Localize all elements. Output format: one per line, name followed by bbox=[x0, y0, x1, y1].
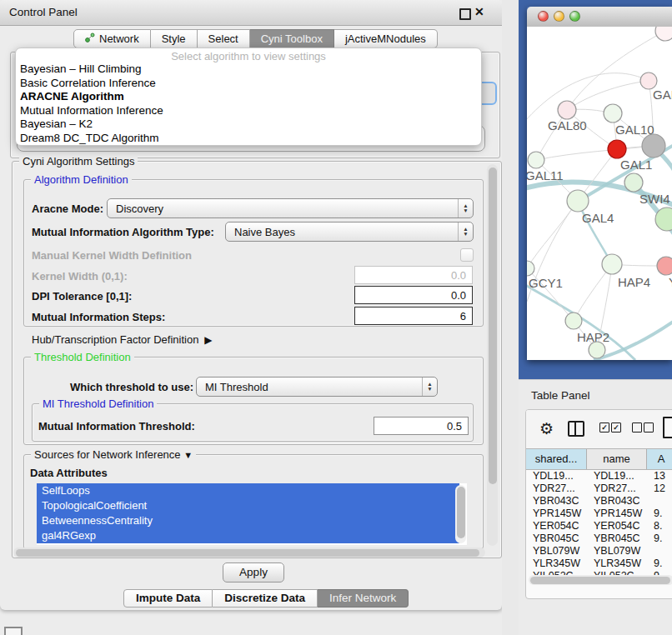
attribute-item-betweennesscentrality[interactable]: BetweennessCentrality bbox=[37, 513, 459, 528]
algorithm-option-aracne-algorithm[interactable]: ARACNE Algorithm bbox=[16, 90, 481, 104]
settings-horizontal-scrollbar[interactable] bbox=[13, 548, 485, 558]
network-node-hap2[interactable] bbox=[565, 312, 582, 329]
which-threshold-combo[interactable]: MI Threshold ▲▼ bbox=[196, 377, 438, 397]
close-icon[interactable]: ✕ bbox=[474, 5, 484, 18]
mi-threshold-field[interactable] bbox=[374, 417, 469, 435]
combo-stepper-icon[interactable]: ▲▼ bbox=[422, 378, 437, 396]
gear-icon[interactable]: ⚙ bbox=[539, 419, 554, 438]
deselect-all-icon[interactable] bbox=[632, 422, 642, 432]
combo-stepper-icon[interactable]: ▲▼ bbox=[458, 222, 473, 241]
bottom-tab-impute-data[interactable]: Impute Data bbox=[123, 589, 213, 608]
settings-vertical-scrollbar[interactable] bbox=[487, 164, 498, 546]
network-edge[interactable] bbox=[527, 73, 649, 127]
table-cell[interactable]: YBR045C bbox=[526, 532, 587, 545]
table-cell[interactable]: 13 bbox=[647, 470, 672, 482]
table-cell[interactable]: 9. bbox=[647, 558, 672, 570]
table-cell[interactable]: YER054C bbox=[526, 520, 587, 532]
manual-kernel-width-checkbox[interactable] bbox=[460, 248, 474, 262]
tab-network[interactable]: Network bbox=[73, 29, 151, 48]
collapse-arrow-icon[interactable]: ▼ bbox=[183, 450, 193, 460]
table-cell[interactable]: 9. bbox=[647, 508, 672, 520]
tab-style[interactable]: Style bbox=[151, 29, 198, 48]
table-row[interactable]: YBR045CYBR045C9. bbox=[526, 532, 672, 545]
float-panel-icon[interactable] bbox=[459, 8, 471, 20]
mi-steps-field[interactable] bbox=[354, 307, 473, 325]
network-node-gal11[interactable] bbox=[528, 152, 544, 168]
network-node-gal80[interactable] bbox=[558, 101, 576, 119]
mac-zoom-button[interactable] bbox=[569, 11, 580, 22]
table-cell[interactable]: YBR043C bbox=[587, 495, 647, 508]
network-node-y[interactable] bbox=[657, 257, 672, 275]
table-row[interactable]: YLR345WYLR345W9. bbox=[526, 558, 672, 570]
table-cell[interactable]: YLR345W bbox=[526, 558, 587, 570]
network-node[interactable] bbox=[642, 134, 665, 158]
mac-minimize-button[interactable] bbox=[554, 11, 564, 22]
network-node-gal[interactable] bbox=[640, 72, 657, 89]
table-cell[interactable]: 9. bbox=[647, 532, 672, 545]
bottom-tab-infer-network[interactable]: Infer Network bbox=[318, 589, 409, 608]
column-header-a[interactable]: A bbox=[647, 449, 672, 469]
table-cell[interactable]: YBL079W bbox=[526, 545, 587, 558]
document-icon[interactable] bbox=[663, 417, 672, 438]
table-cell[interactable]: YDR27... bbox=[526, 482, 587, 495]
network-node-gcy1[interactable] bbox=[527, 261, 534, 276]
table-cell[interactable]: 8. bbox=[647, 520, 672, 532]
table-row[interactable]: YDL19...YDL19...13 bbox=[526, 470, 672, 482]
table-cell[interactable]: YPR145W bbox=[587, 508, 647, 520]
column-header-shared[interactable]: shared... bbox=[526, 449, 587, 469]
bottom-tab-discretize-data[interactable]: Discretize Data bbox=[213, 589, 318, 608]
table-cell[interactable]: 12 bbox=[647, 482, 672, 495]
dpi-tolerance-field[interactable] bbox=[354, 286, 473, 304]
attribute-item-topologicalcoefficient[interactable]: TopologicalCoefficient bbox=[37, 498, 459, 513]
combo-stepper-icon[interactable]: ▲▼ bbox=[458, 199, 473, 218]
attribute-item-gal4rgexp[interactable]: gal4RGexp bbox=[37, 528, 459, 543]
table-cell[interactable]: YDL19... bbox=[526, 470, 587, 482]
network-node-gal4[interactable] bbox=[567, 190, 589, 212]
network-node[interactable] bbox=[589, 342, 605, 358]
algorithm-option-mutual-information-inference[interactable]: Mutual Information Inference bbox=[16, 104, 481, 118]
network-node-gal1[interactable] bbox=[608, 140, 626, 158]
minimized-panel-icon[interactable] bbox=[4, 627, 23, 635]
tab-cyni-toolbox[interactable]: Cyni Toolbox bbox=[250, 29, 334, 48]
mi-algorithm-type-combo[interactable]: Naive Bayes ▲▼ bbox=[225, 222, 474, 242]
mac-close-button[interactable] bbox=[538, 11, 549, 22]
table-row[interactable]: YDR27...YDR27...12 bbox=[526, 482, 672, 495]
hub-definition-label[interactable]: Hub/Transcription Factor Definition ▶ bbox=[32, 333, 213, 346]
algorithm-option-basic-correlation-inference[interactable]: Basic Correlation Inference bbox=[16, 77, 481, 91]
apply-button[interactable]: Apply bbox=[223, 562, 284, 582]
table-cell[interactable] bbox=[647, 495, 672, 508]
table-cell[interactable]: YBR043C bbox=[526, 495, 587, 508]
table-row[interactable]: YBR043CYBR043C bbox=[526, 495, 672, 508]
table-row[interactable]: YER054CYER054C8. bbox=[526, 520, 672, 532]
table-cell[interactable]: YPR145W bbox=[526, 508, 587, 520]
table-horizontal-scrollbar[interactable] bbox=[529, 575, 672, 585]
table-row[interactable]: YPR145WYPR145W9. bbox=[526, 508, 672, 520]
tab-jactivemnodules[interactable]: jActiveMNodules bbox=[334, 29, 438, 48]
table-cell[interactable]: YER054C bbox=[587, 520, 647, 532]
network-node-gal10[interactable] bbox=[604, 104, 622, 122]
deselect-all-icon[interactable] bbox=[644, 422, 654, 432]
network-node-swi4[interactable] bbox=[624, 173, 643, 192]
algorithm-option-bayesian-k2[interactable]: Bayesian – K2 bbox=[16, 118, 481, 132]
table-cell[interactable]: YDL19... bbox=[587, 470, 647, 482]
select-all-icon[interactable]: ✓ bbox=[599, 422, 609, 432]
table-row[interactable]: YBL079WYBL079W bbox=[526, 545, 672, 558]
control-panel-titlebar[interactable]: Control Panel ✕ bbox=[0, 0, 502, 26]
network-node[interactable] bbox=[655, 27, 672, 41]
network-canvas[interactable]: GALGAL80GAL10GAL1GAL11SWI4GAL4GCY1HAP4YH… bbox=[527, 27, 672, 360]
select-all-icon[interactable]: ✓ bbox=[611, 422, 621, 432]
table-cell[interactable]: YBL079W bbox=[587, 545, 647, 558]
panel-divider[interactable]: ◂ bbox=[502, 0, 519, 635]
expand-arrow-icon[interactable]: ▶ bbox=[202, 334, 213, 346]
table-cell[interactable]: YDR27... bbox=[587, 482, 647, 495]
column-header-name[interactable]: name bbox=[587, 449, 647, 469]
algorithm-option-dream8-dc-tdc-algorithm[interactable]: Dream8 DC_TDC Algorithm bbox=[16, 132, 481, 146]
kernel-width-field[interactable] bbox=[354, 266, 473, 284]
tab-select[interactable]: Select bbox=[198, 29, 250, 48]
algorithm-option-bayesian-hill-climbing[interactable]: Bayesian – Hill Climbing bbox=[16, 62, 481, 77]
attributes-list-scrollbar[interactable] bbox=[455, 485, 466, 543]
network-node-hap4[interactable] bbox=[602, 254, 622, 274]
table-cell[interactable]: YBR045C bbox=[587, 532, 647, 545]
table-cell[interactable]: YLR345W bbox=[587, 558, 647, 570]
attribute-item-selfloops[interactable]: SelfLoops bbox=[37, 483, 459, 498]
